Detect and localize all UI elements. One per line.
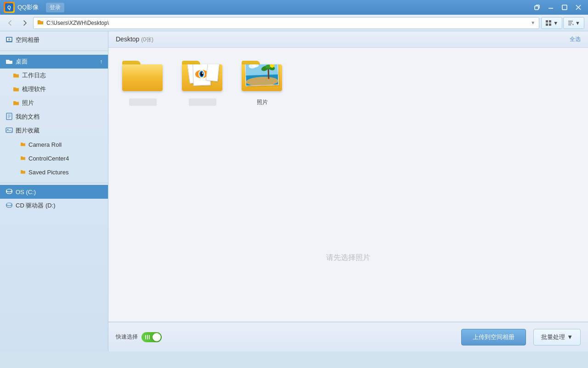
svg-point-23: [6, 189, 12, 192]
sidebar-item-cd-d[interactable]: CD 驱动器 (D:): [0, 199, 108, 213]
sidebar-item-tidy-software-label: 梳理软件: [22, 85, 46, 93]
upload-button-label: 上传到空间相册: [473, 333, 514, 341]
folder-icon-3: [242, 61, 283, 96]
saved-pictures-folder-icon: [20, 168, 26, 176]
svg-rect-2: [535, 6, 538, 10]
folder-item-3[interactable]: 照片: [237, 57, 288, 110]
picture-collection-icon: [6, 126, 13, 135]
content-count: (0张): [141, 36, 153, 43]
sidebar-item-photos[interactable]: 照片: [0, 96, 108, 110]
folder-label-1: [129, 98, 157, 106]
titlebar: Q QQ影像 登录: [0, 0, 588, 15]
back-button[interactable]: [4, 17, 17, 29]
batch-dropdown-icon: ▼: [567, 334, 573, 340]
sidebar-item-control-center-label: ControlCenter4: [28, 155, 69, 162]
sidebar-item-my-docs-label: 我的文档: [16, 113, 40, 121]
sidebar-item-work-log-label: 工作日志: [22, 71, 46, 80]
minimize-button[interactable]: [545, 2, 557, 12]
sidebar-albums-section: 空间相册: [0, 31, 108, 49]
content-title-text: Desktop: [116, 35, 139, 43]
work-log-folder-icon: [13, 72, 19, 80]
desktop-up-icon: ↑: [100, 58, 102, 65]
batch-button[interactable]: 批量处理 ▼: [533, 329, 581, 345]
content-title: Desktop (0张): [116, 35, 153, 44]
folder-label-3: 照片: [257, 98, 268, 106]
camera-roll-folder-icon: [20, 141, 26, 148]
sidebar-item-cd-d-label: CD 驱动器 (D:): [16, 201, 56, 210]
sidebar-item-tidy-software[interactable]: 梳理软件: [0, 82, 108, 96]
sidebar-divider-2: [0, 183, 108, 183]
folder-icon-2: [182, 61, 223, 96]
sidebar-item-picture-collection[interactable]: 图片收藏: [0, 124, 108, 138]
grid-view-button[interactable]: ⊞ ▼: [541, 17, 562, 29]
toggle-knob: [153, 333, 161, 341]
svg-rect-10: [549, 23, 551, 26]
my-docs-icon: [6, 113, 13, 121]
sort-button[interactable]: ▼: [563, 17, 584, 29]
svg-rect-9: [546, 23, 548, 26]
toggle-line-1: [145, 335, 146, 339]
login-button[interactable]: 登录: [46, 3, 64, 12]
maximize-button[interactable]: [559, 2, 571, 12]
desktop-folder-icon: [6, 58, 13, 66]
album-icon: [6, 36, 13, 45]
view-buttons: ⊞ ▼ ▼: [541, 17, 584, 29]
folder-item-2[interactable]: [177, 57, 228, 110]
quick-select-area: 快速选择: [116, 332, 162, 342]
control-center-folder-icon: [20, 155, 26, 162]
toggle-lines: [145, 335, 150, 339]
sidebar-item-control-center[interactable]: ControlCenter4: [0, 151, 108, 165]
upload-button[interactable]: 上传到空间相册: [461, 329, 526, 345]
content-header: Desktop (0张) 全选: [108, 31, 588, 48]
tidy-software-folder-icon: [13, 86, 19, 93]
sidebar: 空间相册 桌面 ↑ 工作日志: [0, 31, 108, 351]
svg-rect-7: [546, 20, 548, 23]
upload-hint: 请先选择照片: [108, 194, 588, 322]
sidebar-item-album-label: 空间相册: [16, 36, 40, 44]
sidebar-item-saved-pictures-label: Saved Pictures: [28, 169, 68, 176]
photos-folder-icon: [13, 99, 19, 107]
address-text: C:\Users\XZWH\Desktop\: [46, 20, 531, 26]
sidebar-item-os-c-label: OS (C:): [16, 189, 36, 196]
svg-text:Q: Q: [7, 5, 11, 10]
svg-rect-21: [6, 128, 12, 132]
address-folder-icon: [37, 19, 44, 27]
toggle-line-3: [149, 335, 150, 339]
cd-d-drive-icon: [6, 201, 13, 210]
sidebar-item-my-docs[interactable]: 我的文档: [0, 110, 108, 124]
address-dropdown-icon[interactable]: ▼: [531, 20, 535, 25]
window-controls: [531, 2, 584, 12]
select-all-button[interactable]: 全选: [570, 35, 581, 43]
close-button[interactable]: [572, 2, 584, 12]
svg-rect-8: [549, 20, 551, 23]
sidebar-item-saved-pictures[interactable]: Saved Pictures: [0, 165, 108, 179]
toolbar: C:\Users\XZWH\Desktop\ ▼ ⊞ ▼ ▼: [0, 15, 588, 31]
content-grid: 照片: [108, 48, 588, 194]
quick-select-label: 快速选择: [116, 333, 138, 341]
sidebar-item-album[interactable]: 空间相册: [0, 33, 108, 47]
sidebar-item-camera-roll[interactable]: Camera Roll: [0, 138, 108, 151]
quick-select-toggle[interactable]: [141, 332, 162, 342]
sidebar-item-work-log[interactable]: 工作日志: [0, 69, 108, 82]
toggle-line-2: [147, 335, 148, 339]
sidebar-divider-1: [0, 51, 108, 51]
app-logo: Q: [4, 2, 15, 13]
folder-item-1[interactable]: [118, 57, 168, 110]
folder-icon-1: [122, 61, 164, 96]
svg-rect-4: [562, 5, 567, 10]
sidebar-item-camera-roll-label: Camera Roll: [28, 141, 62, 148]
restore-window-button[interactable]: [531, 2, 543, 12]
sidebar-item-desktop[interactable]: 桌面 ↑: [0, 55, 108, 69]
app-title: QQ影像: [17, 3, 39, 12]
address-bar[interactable]: C:\Users\XZWH\Desktop\ ▼: [33, 17, 539, 29]
upload-hint-text: 请先选择照片: [326, 253, 370, 263]
sidebar-item-photos-label: 照片: [22, 99, 34, 107]
forward-button[interactable]: [18, 17, 31, 29]
batch-button-label: 批量处理: [541, 333, 565, 341]
sidebar-item-desktop-label: 桌面: [16, 58, 28, 66]
content-area: Desktop (0张) 全选: [108, 31, 588, 351]
sidebar-item-os-c[interactable]: OS (C:): [0, 185, 108, 199]
sidebar-files-section: 桌面 ↑ 工作日志 梳理软件 照片: [0, 53, 108, 181]
os-c-drive-icon: [6, 188, 13, 196]
svg-point-16: [8, 38, 11, 40]
